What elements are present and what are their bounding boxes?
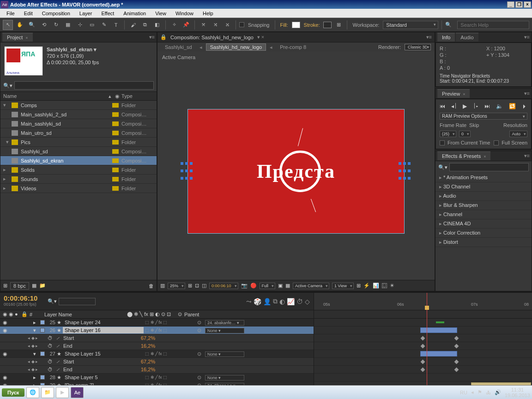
new-comp-icon[interactable]: ▦ xyxy=(32,283,36,289)
renderer-dropdown[interactable]: Classic 3D xyxy=(405,44,431,50)
fast-preview-icon[interactable]: ⚡ xyxy=(363,283,370,289)
draft-3d-icon[interactable]: 🎲 xyxy=(254,298,261,305)
brush-tool[interactable]: 🖌 xyxy=(128,20,138,30)
timeline-icon[interactable]: 📊 xyxy=(373,283,379,289)
panel-menu-icon[interactable]: ▾≡ xyxy=(149,34,155,40)
skip-dropdown[interactable]: 0 xyxy=(459,131,471,137)
menu-view[interactable]: View xyxy=(151,10,170,17)
start-button[interactable]: Пуск xyxy=(2,388,24,397)
rotate-tool[interactable]: ↻ xyxy=(51,20,61,30)
tray-flag-icon[interactable]: ⚑ xyxy=(478,389,482,395)
project-item[interactable]: Sashlyki_sdComposi… xyxy=(0,147,157,156)
panel-menu-icon[interactable]: ▾≡ xyxy=(524,34,530,40)
new-folder-icon[interactable]: 📁 xyxy=(39,283,46,289)
effects-search-input[interactable] xyxy=(449,163,529,171)
framerate-dropdown[interactable]: (25) xyxy=(440,131,456,137)
taskbar-ae-icon[interactable]: Ae xyxy=(71,387,84,398)
timeline-layer-row[interactable]: ◉▾26★Shape Layer 16⬚ ✻ ╱ fx ⬚⊙None ▾ xyxy=(0,326,314,334)
panel-menu-icon[interactable]: ▾≡ xyxy=(524,153,530,159)
effects-list[interactable]: * Animation Presets3D ChannelAudioBlur &… xyxy=(435,173,532,291)
panel-menu-icon[interactable]: ▾≡ xyxy=(524,91,530,97)
preview-tab[interactable]: Preview× xyxy=(437,89,470,98)
breadcrumb-item[interactable]: Pre-comp 8 xyxy=(276,44,310,50)
reset-exposure-icon[interactable]: ☀ xyxy=(390,283,394,289)
pen-tool[interactable]: ✎ xyxy=(99,20,109,30)
pixel-aspect-icon[interactable]: ⊞ xyxy=(357,283,361,289)
menu-composition[interactable]: Composition xyxy=(38,10,74,17)
views-dropdown[interactable]: 1 View xyxy=(332,283,354,289)
zoom-dropdown[interactable]: 25% xyxy=(168,283,185,289)
brainstorm-icon[interactable]: ⏱ xyxy=(296,298,303,305)
resolution-dropdown[interactable]: Full xyxy=(260,283,276,289)
panel-menu-icon[interactable]: ▾≡ xyxy=(426,34,432,40)
menu-layer[interactable]: Layer xyxy=(76,10,96,17)
stroke-swatch[interactable] xyxy=(323,22,332,28)
project-item[interactable]: ▸SolidsFolder xyxy=(0,165,157,175)
mag-icon[interactable]: ▥ xyxy=(160,283,165,289)
timeline-property-row[interactable]: ◂ ◆ ▸⏱⟋End16,2% xyxy=(0,366,314,374)
clock-date[interactable]: 19.06.2013 xyxy=(505,393,530,398)
stroke-opts-icon[interactable]: ⊞ xyxy=(333,20,344,30)
ram-preview-button[interactable]: ⏵ xyxy=(522,103,527,109)
close-button[interactable]: × xyxy=(524,1,531,8)
breadcrumb-item[interactable]: Sashlyki_sd xyxy=(161,44,196,50)
roi-icon[interactable]: ▣ xyxy=(278,283,283,289)
trash-icon[interactable]: 🗑 xyxy=(149,283,154,289)
current-time-indicator[interactable] xyxy=(427,293,427,399)
lock-icon[interactable]: 🔒 xyxy=(160,34,167,40)
interpret-icon[interactable]: ⊞ xyxy=(3,283,7,289)
workspace-dropdown[interactable]: Standard xyxy=(383,21,438,29)
project-item[interactable]: Main_utro_sdComposi… xyxy=(0,128,157,138)
timeline-layer-row[interactable]: ◉▾27★Shape Layer 15⬚ ✻ ╱ fx ⬚⊙None ▾ xyxy=(0,350,314,358)
effect-category[interactable]: Audio xyxy=(435,192,532,201)
clock-time[interactable]: 11:31 xyxy=(505,387,530,393)
zoom-tool[interactable]: 🔍 xyxy=(27,20,37,30)
graph-editor-icon[interactable]: 📈 xyxy=(287,298,295,305)
project-item[interactable]: Main_sashlyki_2_sdComposi… xyxy=(0,110,157,119)
breadcrumb-item[interactable]: Sashlyki_hd_new_logo xyxy=(206,43,266,51)
res-icon[interactable]: ⊞ xyxy=(188,283,192,289)
tray-volume-icon[interactable]: 🔊 xyxy=(495,389,501,395)
timeline-property-row[interactable]: ◂ ◆ ▸⏱⟋Start67,2% xyxy=(0,334,314,342)
clone-tool[interactable]: ⧉ xyxy=(140,20,150,30)
ram-options-dropdown[interactable]: RAM Preview Options xyxy=(440,113,527,120)
mute-button[interactable]: 🔈 xyxy=(496,103,503,109)
view-axis-icon[interactable]: ⤩ xyxy=(222,20,232,30)
rect-tool[interactable]: ▭ xyxy=(87,20,97,30)
preview-res-dropdown[interactable]: Auto xyxy=(509,131,527,137)
taskbar-media-icon[interactable]: ▶ xyxy=(56,387,69,398)
selection-handle-right[interactable] xyxy=(399,162,411,181)
maximize-button[interactable]: ❐ xyxy=(515,1,523,8)
menu-edit[interactable]: Edit xyxy=(20,10,36,17)
orbit-tool[interactable]: ⟲ xyxy=(39,20,49,30)
play-button[interactable]: ▶ xyxy=(463,103,467,109)
text-tool[interactable]: T xyxy=(111,20,121,30)
effect-category[interactable]: 3D Channel xyxy=(435,182,532,192)
timeline-timecode[interactable]: 0:00:06:10 xyxy=(4,294,37,302)
snapping-checkbox[interactable] xyxy=(239,22,244,27)
menu-window[interactable]: Window xyxy=(172,10,197,17)
hide-shy-icon[interactable]: 👤 xyxy=(263,298,271,305)
effect-category[interactable]: Distort xyxy=(435,238,532,247)
project-item[interactable]: Sashlyki_sd_ekranComposi… xyxy=(0,156,157,165)
mask-icon[interactable]: ◫ xyxy=(202,283,206,289)
world-axis-icon[interactable]: ⤨ xyxy=(210,20,220,30)
tray-icon[interactable]: ◂ xyxy=(471,389,474,395)
composition-thumbnail[interactable]: ЯПА Альпина xyxy=(4,46,43,76)
loop-button[interactable]: 🔁 xyxy=(509,103,516,109)
eraser-tool[interactable]: ◧ xyxy=(152,20,162,30)
snapshot-icon[interactable]: 📷 xyxy=(241,283,248,289)
timeline-ruler[interactable]: 05s 06s 07s 08 xyxy=(314,293,532,310)
selection-handle-left[interactable] xyxy=(181,162,193,181)
project-item[interactable]: Main_sashlyki_sdComposi… xyxy=(0,119,157,128)
effect-category[interactable]: CINEMA 4D xyxy=(435,219,532,229)
flowchart-icon[interactable]: ⿶ xyxy=(382,283,387,289)
camera-tool[interactable]: ▦ xyxy=(63,20,73,30)
composition-canvas[interactable]: Предста xyxy=(187,109,405,234)
puppet-tool[interactable]: 📌 xyxy=(181,20,191,30)
camera-view-dropdown[interactable]: Active Camera xyxy=(293,283,329,289)
transparency-icon[interactable]: ▦ xyxy=(285,283,290,289)
pan-behind-tool[interactable]: ⊹ xyxy=(75,20,85,30)
language-indicator[interactable]: RU xyxy=(460,390,467,395)
frame-blend-icon[interactable]: ⧉ xyxy=(273,297,278,305)
